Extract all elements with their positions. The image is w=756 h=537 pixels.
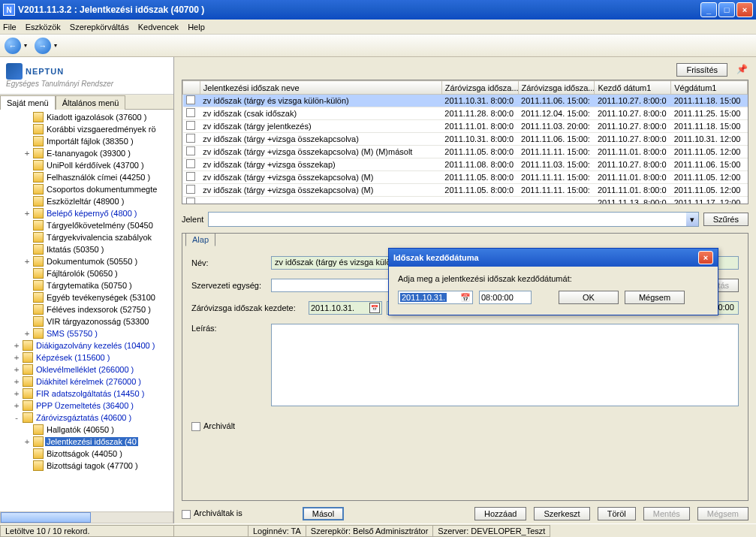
tree-item[interactable]: +Belépő képernyő (4800 ) [2, 207, 172, 219]
menu-bar: File Eszközök Szerepkörváltás Kedvencek … [0, 20, 756, 35]
menu-role[interactable]: Szerepkörváltás [70, 23, 129, 32]
tree-item[interactable]: +Dokumentumok (50550 ) [2, 255, 172, 267]
copy-button[interactable]: Másol [303, 507, 344, 520]
tree-item[interactable]: +Képzések (115600 ) [2, 351, 172, 364]
tree-item[interactable]: +PPP Üzemeltetés (36400 ) [2, 400, 172, 412]
tree-item[interactable]: Hallgatók (40650 ) [2, 424, 172, 436]
dialog-cancel-button[interactable]: Mégsem [625, 291, 685, 304]
archived-checkbox[interactable] [191, 422, 200, 431]
tree-item[interactable]: +Jelentkezési időszak (40 [2, 436, 172, 448]
tree-item[interactable]: Eszközleltár (48900 ) [2, 195, 172, 207]
folder-icon [33, 220, 44, 231]
dialog-date-input[interactable]: 2011.10.31.📅 [398, 291, 473, 304]
menu-help[interactable]: Help [188, 23, 205, 32]
tree-item[interactable]: +FIR adatszolgáltatás (14450 ) [2, 388, 172, 400]
tree-item[interactable]: Felhasználók címei (44250 ) [2, 171, 172, 183]
minimize-button[interactable]: _ [700, 2, 717, 17]
tree-item[interactable]: +Diákigazolvány kezelés (10400 ) [2, 339, 172, 351]
tree-item[interactable]: -Záróvizsgáztatás (40600 ) [2, 412, 172, 424]
tree-item[interactable]: Tárgytematika (50750 ) [2, 279, 172, 291]
start-date-input[interactable]: 2011.10.31.📅 [309, 301, 382, 315]
form-tab-basic[interactable]: Alap [185, 233, 215, 246]
row-checkbox[interactable] [186, 95, 195, 104]
table-row[interactable]: zv időszak (tárgy +vizsga összekapcsolva… [183, 171, 748, 184]
calendar-icon[interactable]: 📅 [369, 303, 380, 313]
row-checkbox[interactable] [186, 159, 195, 168]
table-row[interactable]: zv időszak (tárgy +vizsga összekap)2011.… [183, 158, 748, 171]
tree-h-scrollbar[interactable] [0, 511, 173, 523]
tree-item[interactable]: Egyéb tevékenységek (53100 [2, 291, 172, 303]
column-header[interactable]: Jelentkezési időszak neve [200, 81, 441, 95]
tree-item[interactable]: Fájltárolók (50650 ) [2, 267, 172, 279]
save-button[interactable]: Mentés [643, 507, 690, 520]
tab-general-menu[interactable]: Általános menü [56, 95, 126, 110]
tree-item[interactable]: +SMS (55750 ) [2, 327, 172, 339]
edit-button[interactable]: Szerkeszt [534, 507, 589, 520]
nav-back-button[interactable]: ← [5, 38, 21, 54]
desc-textarea[interactable] [271, 324, 739, 406]
dialog-time-input[interactable]: 08:00:00 [479, 291, 532, 304]
maximize-button[interactable]: □ [718, 2, 735, 17]
tree-item[interactable]: Bizottsági tagok (47700 ) [2, 460, 172, 472]
cancel-button[interactable]: Mégsem [697, 507, 748, 520]
calendar-icon[interactable]: 📅 [460, 293, 471, 303]
table-row[interactable]: zv időszak (csak időszak)2011.11.28. 8:0… [183, 107, 748, 120]
table-row[interactable]: zv időszak (tárgy +vizsga összekapcsolva… [183, 184, 748, 197]
tree-item[interactable]: Korábbi vizsgaeredmények rö [2, 123, 172, 135]
table-row[interactable]: zv időszak (tárgy és vizsga külön-külön)… [183, 95, 748, 107]
tree-item[interactable]: Féléves indexsorok (52750 ) [2, 303, 172, 315]
dialog-title: Időszak kezdődátuma [393, 253, 479, 262]
refresh-button[interactable]: Frissítés [676, 63, 727, 77]
tab-own-menu[interactable]: Saját menü [0, 95, 56, 110]
tree-item[interactable]: VIR tárgyazonosság (53300 [2, 315, 172, 327]
tree-item[interactable]: +Oklevélmelléklet (266000 ) [2, 364, 172, 376]
tree-item[interactable]: Kiadott igazolások (37600 ) [2, 111, 172, 123]
tree-item[interactable]: Csoportos dokumentummegte [2, 183, 172, 195]
tree-item[interactable]: UniPoll kérdőívek (43700 ) [2, 159, 172, 171]
logo-icon [6, 63, 23, 80]
tree-item[interactable]: +Diákhitel kérelmek (276000 ) [2, 376, 172, 388]
row-checkbox[interactable] [186, 172, 195, 181]
row-checkbox[interactable] [186, 134, 195, 143]
tree-item[interactable]: Bizottságok (44050 ) [2, 448, 172, 460]
nav-tree[interactable]: Kiadott igazolások (37600 )Korábbi vizsg… [0, 110, 173, 511]
forward-dropdown-icon[interactable]: ▾ [54, 42, 57, 49]
row-checkbox[interactable] [186, 146, 195, 155]
table-row[interactable]: 2011.11.13. 8:00:02011.11.17. 12:00 [183, 197, 748, 205]
menu-file[interactable]: File [3, 23, 17, 32]
table-row[interactable]: zv időszak (tárgy +vizsga összekapcsolva… [183, 146, 748, 158]
filter-button[interactable]: Szűrés [703, 213, 748, 226]
tree-item[interactable]: Iktatás (50350 ) [2, 243, 172, 255]
row-checkbox[interactable] [186, 121, 195, 130]
dropdown-icon[interactable]: ▾ [686, 213, 698, 226]
archived-also-checkbox[interactable] [182, 510, 191, 519]
row-checkbox[interactable] [186, 198, 195, 204]
folder-icon [33, 280, 44, 291]
table-row[interactable]: zv időszak (tárgy jelentkezés)2011.11.01… [183, 120, 748, 133]
column-header[interactable]: Záróvizsga idősza... [518, 81, 595, 95]
row-checkbox[interactable] [186, 185, 195, 194]
nav-forward-button[interactable]: → [35, 38, 51, 54]
folder-icon [33, 268, 44, 279]
column-header[interactable]: Záróvizsga idősza... [441, 81, 518, 95]
table-row[interactable]: zv időszak (tárgy +vizsga összekapcsolva… [183, 133, 748, 146]
menu-tools[interactable]: Eszközök [26, 23, 61, 32]
tree-item[interactable]: Tárgyekvivalencia szabályok [2, 231, 172, 243]
tree-item[interactable]: +E-tananyagok (39300 ) [2, 147, 172, 159]
records-table[interactable]: Jelentkezési időszak neveZáróvizsga idős… [182, 80, 748, 204]
tree-item[interactable]: Tárgyelőkövetelmény (50450 [2, 219, 172, 231]
row-checkbox[interactable] [186, 108, 195, 117]
dialog-ok-button[interactable]: OK [559, 291, 619, 304]
menu-fav[interactable]: Kedvencek [138, 23, 179, 32]
column-header[interactable]: Kezdő dátum1 [595, 81, 671, 95]
close-button[interactable]: × [736, 2, 753, 17]
add-button[interactable]: Hozzáad [474, 507, 526, 520]
tree-item[interactable]: Importált fájlok (38350 ) [2, 135, 172, 147]
dialog-close-button[interactable]: × [698, 251, 713, 264]
back-dropdown-icon[interactable]: ▾ [24, 42, 27, 49]
pin-icon[interactable] [736, 64, 748, 76]
filter-combo[interactable]: ▾ [208, 212, 698, 227]
delete-button[interactable]: Töröl [598, 507, 636, 520]
column-header[interactable]: Végdátum1 [671, 81, 748, 95]
column-header[interactable] [183, 81, 200, 95]
